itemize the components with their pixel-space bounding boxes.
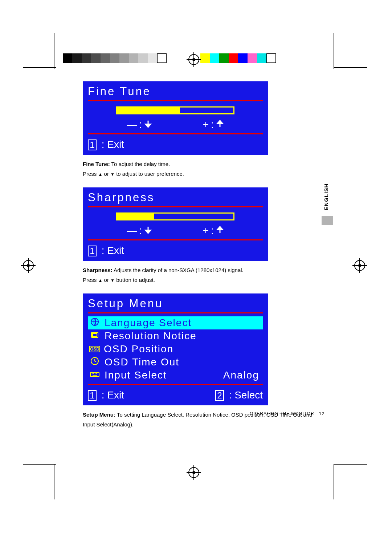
key-1-icon: 1 xyxy=(88,390,97,401)
exit-hint[interactable]: 1 : Exit xyxy=(88,139,124,150)
osd-title: Setup Menu xyxy=(88,297,263,312)
swatch xyxy=(257,53,266,63)
osd-title: Sharpness xyxy=(88,191,263,206)
exit-hint[interactable]: 1 : Exit xyxy=(88,389,124,401)
plus-icon: + xyxy=(203,225,209,236)
registration-mark-icon xyxy=(21,258,36,273)
minus-icon: — xyxy=(127,119,138,130)
registration-mark-icon xyxy=(187,465,201,480)
sharpness-caption: Sharpness: Adjusts the clarity of a non-… xyxy=(83,265,314,285)
sharpness-osd-panel: Sharpness — : + : xyxy=(83,187,268,261)
svg-rect-20 xyxy=(90,372,99,377)
swatch xyxy=(110,53,119,63)
up-triangle-icon xyxy=(98,172,103,177)
swatch xyxy=(138,53,148,63)
caption-bold: Fine Tune: xyxy=(83,161,110,167)
swatch xyxy=(119,53,129,63)
swatch xyxy=(148,53,157,63)
menu-item-label: Input Select xyxy=(101,369,223,381)
grayscale-calibration-bar xyxy=(63,53,167,63)
caption-bold: Setup Menu: xyxy=(83,412,115,418)
screen-icon xyxy=(89,331,101,341)
exit-label: : Exit xyxy=(102,245,124,256)
menu-item-osd-position[interactable]: OSDOSD Position xyxy=(88,343,263,356)
down-arrow-icon xyxy=(144,225,152,236)
key-1-icon: 1 xyxy=(88,246,97,256)
osd-divider xyxy=(88,239,263,240)
osd-title: Fine Tune xyxy=(88,85,263,100)
language-side-tab: ENGLISH xyxy=(323,183,329,210)
menu-item-value: Analog xyxy=(223,369,262,381)
color-calibration-bar xyxy=(200,53,276,63)
swatch xyxy=(63,53,72,63)
swatch xyxy=(91,53,101,63)
down-triangle-icon xyxy=(110,278,115,283)
menu-item-input-select[interactable]: Input SelectAnalog xyxy=(88,369,263,382)
page-footer: OPERATING THE MONITOR 12 xyxy=(250,411,324,416)
footer-section: OPERATING THE MONITOR xyxy=(250,411,314,416)
swatch xyxy=(129,53,138,63)
swatch xyxy=(157,53,167,63)
swatch xyxy=(266,53,276,63)
menu-item-label: OSD Time Out xyxy=(101,356,262,368)
osd-icon: OSD xyxy=(89,346,100,352)
swatch xyxy=(82,53,91,63)
osd-divider xyxy=(88,312,263,313)
decrease-control[interactable]: — : xyxy=(127,225,152,236)
crop-mark xyxy=(23,67,56,68)
plus-icon: + xyxy=(203,119,209,130)
osd-divider xyxy=(88,206,263,207)
select-label: : Select xyxy=(229,389,263,401)
swatch xyxy=(101,53,110,63)
setup-menu-osd-panel: Setup Menu Language SelectResolution Not… xyxy=(83,293,268,405)
colon: : xyxy=(139,119,143,130)
swatch xyxy=(238,53,248,63)
up-arrow-icon xyxy=(216,225,224,236)
caption-text: Adjusts the clarity of a non-SXGA (1280x… xyxy=(113,267,244,273)
swatch xyxy=(210,53,219,63)
crop-mark xyxy=(334,464,367,465)
exit-hint[interactable]: 1 : Exit xyxy=(88,245,124,256)
crop-mark xyxy=(334,33,334,69)
up-arrow-icon xyxy=(216,119,224,130)
crop-mark xyxy=(334,464,334,499)
osd-divider xyxy=(88,384,263,385)
menu-item-language-select[interactable]: Language Select xyxy=(88,316,263,329)
increase-control[interactable]: + : xyxy=(203,225,224,236)
decrease-control[interactable]: — : xyxy=(127,119,152,130)
footer-page-number: 12 xyxy=(319,411,324,416)
colon: : xyxy=(211,225,215,236)
keyboard-icon xyxy=(89,370,101,380)
down-arrow-icon xyxy=(144,119,152,130)
registration-mark-icon xyxy=(187,52,201,67)
globe-icon xyxy=(89,317,101,328)
key-2-icon: 2 xyxy=(215,390,224,401)
language-side-marker xyxy=(322,216,333,225)
exit-label: : Exit xyxy=(102,389,124,401)
slider-fill xyxy=(117,214,154,219)
clock-icon xyxy=(89,357,101,368)
setup-menu-list: Language SelectResolution NoticeOSDOSD P… xyxy=(88,316,263,382)
caption-text: To adjust the delay time. xyxy=(110,161,170,167)
fine-tune-osd-panel: Fine Tune — : + : xyxy=(83,81,268,155)
colon: : xyxy=(139,225,143,236)
svg-rect-18 xyxy=(93,333,97,336)
down-triangle-icon xyxy=(110,172,115,177)
swatch xyxy=(219,53,229,63)
menu-item-osd-time-out[interactable]: OSD Time Out xyxy=(88,356,263,369)
increase-control[interactable]: + : xyxy=(203,119,224,130)
select-hint[interactable]: 2 : Select xyxy=(215,389,263,401)
caption-bold: Sharpness: xyxy=(83,267,113,273)
minus-icon: — xyxy=(127,225,138,236)
menu-item-resolution-notice[interactable]: Resolution Notice xyxy=(88,329,263,343)
osd-divider xyxy=(88,133,263,134)
swatch xyxy=(248,53,257,63)
osd-divider xyxy=(88,100,263,101)
exit-label: : Exit xyxy=(102,139,124,150)
menu-item-label: OSD Position xyxy=(100,343,262,355)
sharpness-slider[interactable] xyxy=(116,212,234,220)
key-1-icon: 1 xyxy=(88,139,97,150)
fine-tune-slider[interactable] xyxy=(116,106,234,114)
registration-mark-icon xyxy=(352,258,367,273)
swatch xyxy=(200,53,210,63)
